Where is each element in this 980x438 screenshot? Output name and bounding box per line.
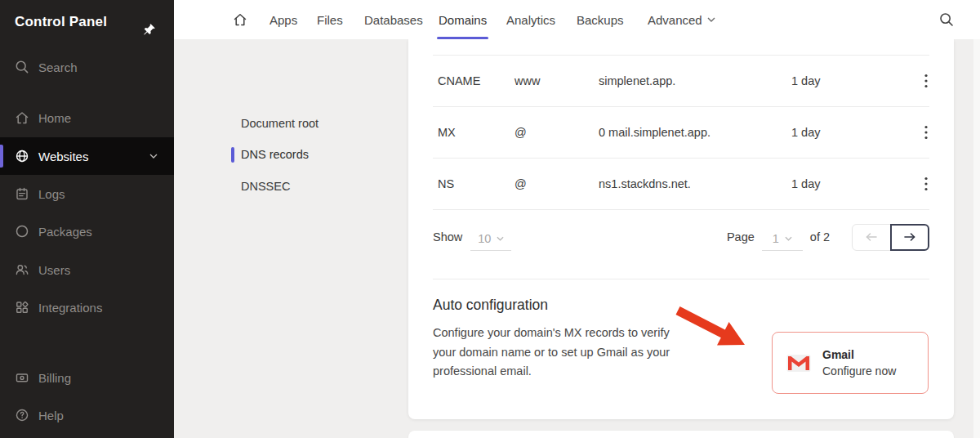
record-type: NS xyxy=(438,177,514,190)
packages-icon xyxy=(14,223,30,239)
tab-backups[interactable]: Backups xyxy=(577,0,624,39)
chevron-down-icon xyxy=(707,17,715,22)
arrow-left-icon xyxy=(865,230,878,244)
home-icon[interactable] xyxy=(231,11,249,29)
sidebar-item-integrations[interactable]: Integrations xyxy=(0,289,174,325)
next-panel-edge xyxy=(408,431,954,438)
sidebar: Control Panel Search Home Websites xyxy=(0,0,174,438)
active-subnav-indicator xyxy=(231,147,234,163)
sidebar-item-label: Logs xyxy=(38,187,65,201)
gmail-configure-link[interactable]: Configure now xyxy=(822,364,896,378)
page-size-select[interactable]: 10 xyxy=(470,232,511,251)
kebab-menu-icon[interactable] xyxy=(923,122,929,143)
tab-advanced-label: Advanced xyxy=(648,13,702,27)
chevron-down-icon xyxy=(785,236,792,241)
page-controls: Page 1 of 2 xyxy=(727,224,929,251)
tab-apps[interactable]: Apps xyxy=(270,0,297,39)
globe-icon xyxy=(14,148,30,164)
pin-icon[interactable] xyxy=(143,23,156,36)
page-number-value: 1 xyxy=(773,232,779,245)
sidebar-item-label: Search xyxy=(38,60,78,74)
record-name: @ xyxy=(514,177,599,190)
chevron-down-icon xyxy=(149,154,158,159)
billing-icon xyxy=(14,369,30,386)
sidebar-item-label: Help xyxy=(38,409,64,422)
dns-records-panel: CNAME www simplenet.app. 1 day MX @ 0 ma… xyxy=(408,39,954,419)
sidebar-item-label: Billing xyxy=(38,371,71,385)
table-row: CNAME www simplenet.app. 1 day xyxy=(433,56,929,107)
subnav-item-document-root[interactable]: Document root xyxy=(241,117,318,130)
logs-icon xyxy=(14,185,30,202)
tab-files[interactable]: Files xyxy=(317,0,343,39)
sidebar-item-label: Home xyxy=(38,111,71,125)
sidebar-item-home[interactable]: Home xyxy=(0,100,174,136)
integrations-icon xyxy=(14,299,30,315)
gmail-configure-card[interactable]: Gmail Configure now xyxy=(772,332,929,394)
gmail-card-title: Gmail xyxy=(822,348,896,361)
sidebar-item-label: Integrations xyxy=(38,301,102,315)
sidebar-item-logs[interactable]: Logs xyxy=(0,176,174,212)
sidebar-item-label: Packages xyxy=(38,225,92,239)
record-ttl: 1 day xyxy=(791,126,910,139)
sidebar-item-help[interactable]: Help xyxy=(0,397,174,433)
show-label: Show xyxy=(433,230,462,244)
subnav-item-dnssec[interactable]: DNSSEC xyxy=(241,180,290,193)
sidebar-item-billing[interactable]: Billing xyxy=(0,360,174,396)
sidebar-item-search[interactable]: Search xyxy=(0,49,174,85)
record-value: simplenet.app. xyxy=(599,74,791,87)
record-type: CNAME xyxy=(438,74,514,87)
record-value: 0 mail.simplenet.app. xyxy=(599,126,791,139)
tab-databases[interactable]: Databases xyxy=(364,0,423,39)
section-description: Configure your domain's MX records to ve… xyxy=(433,324,693,382)
gmail-icon xyxy=(786,354,811,373)
kebab-menu-icon[interactable] xyxy=(923,70,929,92)
search-icon[interactable] xyxy=(938,11,955,28)
record-value: ns1.stackdns.net. xyxy=(599,177,791,190)
tab-advanced[interactable]: Advanced xyxy=(648,0,715,39)
table-row: MX @ 0 mail.simplenet.app. 1 day xyxy=(433,107,929,159)
tab-analytics[interactable]: Analytics xyxy=(506,0,555,39)
table-row: NS @ ns1.stackdns.net. 1 day xyxy=(433,159,929,210)
tab-domains[interactable]: Domains xyxy=(439,0,487,39)
record-type: MX xyxy=(438,126,514,139)
previous-page-button[interactable] xyxy=(852,224,891,251)
scrollbar-track[interactable] xyxy=(973,39,980,438)
sidebar-item-users[interactable]: Users xyxy=(0,252,174,288)
arrow-right-icon xyxy=(903,230,916,244)
chevron-down-icon xyxy=(497,236,504,241)
record-ttl: 1 day xyxy=(791,177,910,190)
page-label: Page xyxy=(727,230,755,244)
table-top-divider xyxy=(433,39,929,56)
sidebar-item-label: Websites xyxy=(38,150,88,163)
kebab-menu-icon[interactable] xyxy=(923,173,929,194)
sidebar-item-websites[interactable]: Websites xyxy=(0,137,174,175)
section-title: Auto configuration xyxy=(433,297,929,314)
pagination-bar: Show 10 Page 1 of 2 xyxy=(433,210,929,264)
record-ttl: 1 day xyxy=(791,74,910,87)
users-icon xyxy=(14,261,30,278)
home-icon xyxy=(14,110,30,126)
record-name: @ xyxy=(514,126,599,139)
search-icon xyxy=(14,59,30,75)
sidebar-item-label: Users xyxy=(38,263,70,277)
page-total: of 2 xyxy=(810,230,830,244)
sidebar-item-packages[interactable]: Packages xyxy=(0,213,174,249)
page-size-value: 10 xyxy=(478,232,491,245)
next-page-button[interactable] xyxy=(890,224,929,251)
app-title: Control Panel xyxy=(15,14,107,30)
help-icon xyxy=(14,407,30,423)
subnav-item-dns-records[interactable]: DNS records xyxy=(241,148,309,161)
pager-buttons xyxy=(852,224,929,251)
page-number-select[interactable]: 1 xyxy=(762,232,803,251)
record-name: www xyxy=(514,74,599,87)
dns-records-table: CNAME www simplenet.app. 1 day MX @ 0 ma… xyxy=(433,39,929,210)
